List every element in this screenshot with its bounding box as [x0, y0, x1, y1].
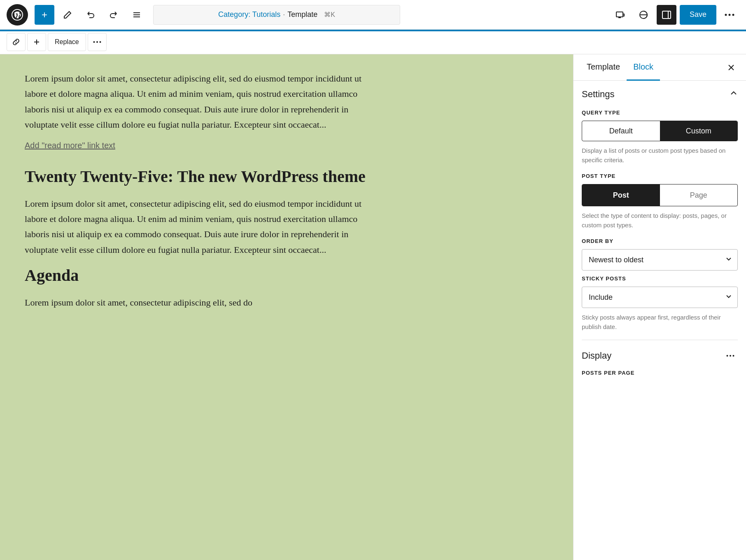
sticky-posts-select[interactable]: Include Exclude Only [582, 287, 738, 308]
svg-point-10 [725, 14, 727, 16]
sidebar-close-button[interactable] [723, 59, 739, 76]
sidebar-tabs: Template Block [573, 54, 746, 81]
list-view-button[interactable] [127, 5, 147, 25]
block-more-button[interactable] [88, 33, 107, 51]
save-button[interactable]: Save [680, 5, 716, 25]
svg-point-0 [12, 9, 23, 20]
post-title: Twenty Twenty-Five: The new WordPress th… [25, 167, 379, 186]
svg-point-16 [96, 41, 98, 43]
svg-point-17 [99, 41, 101, 43]
tab-template[interactable]: Template [580, 54, 627, 81]
svg-point-15 [93, 41, 95, 43]
breadcrumb-template: Template [287, 10, 317, 19]
redo-button[interactable] [104, 5, 124, 25]
sticky-posts-helper: Sticky posts always appear first, regard… [582, 313, 738, 331]
svg-point-11 [729, 14, 731, 16]
svg-rect-8 [662, 11, 671, 19]
sidebar: Template Block Settings QUER [573, 54, 746, 560]
replace-button[interactable]: Replace [48, 33, 86, 51]
read-more-link[interactable]: Add "read more" link text [25, 141, 379, 150]
svg-rect-4 [616, 12, 623, 17]
lorem-text-2: Lorem ipsum dolor sit amet, consectetur … [25, 196, 379, 258]
settings-header: Settings [582, 89, 738, 100]
post-type-post-button[interactable]: Post [582, 184, 660, 206]
order-by-dropdown-wrapper: Newest to oldest Oldest to newest A → Z … [582, 249, 738, 271]
add-block-button[interactable]: + [35, 5, 54, 25]
query-type-toggle: Default Custom [582, 121, 738, 141]
block-link-button[interactable] [7, 33, 26, 51]
post-type-toggle: Post Page [582, 184, 738, 206]
wp-logo [7, 4, 28, 26]
order-by-label: ORDER BY [582, 238, 738, 244]
options-button[interactable] [720, 5, 739, 25]
svg-point-21 [730, 355, 731, 357]
block-add-button[interactable] [27, 33, 46, 51]
svg-point-12 [732, 14, 734, 16]
settings-chevron-icon[interactable] [730, 89, 738, 100]
sticky-posts-dropdown-wrapper: Include Exclude Only [582, 287, 738, 308]
breadcrumb-shortcut: ⌘K [324, 11, 335, 19]
post-type-helper: Select the type of content to display: p… [582, 211, 738, 230]
editor-area[interactable]: Lorem ipsum dolor sit amet, consectetur … [0, 54, 573, 560]
edit-tool-button[interactable] [58, 5, 77, 25]
default-query-button[interactable]: Default [582, 121, 660, 141]
svg-point-22 [733, 355, 734, 357]
main-toolbar: + Category: Tutorials · Template ⌘K [0, 0, 746, 30]
sidebar-toggle-button[interactable] [657, 5, 676, 25]
post-type-page-button[interactable]: Page [660, 184, 738, 206]
settings-title: Settings [582, 89, 615, 100]
post-content: Lorem ipsum dolor sit amet, consectetur … [25, 71, 379, 310]
sticky-posts-label: STICKY POSTS [582, 275, 738, 282]
custom-query-button[interactable]: Custom [660, 121, 738, 141]
appearance-button[interactable] [634, 5, 653, 25]
undo-button[interactable] [81, 5, 100, 25]
section-title: Agenda [25, 266, 379, 285]
display-title: Display [582, 350, 611, 361]
view-devices-button[interactable] [611, 5, 630, 25]
breadcrumb-separator: · [283, 10, 285, 19]
breadcrumb-link[interactable]: Category: Tutorials [218, 10, 280, 19]
query-type-helper: Display a list of posts or custom post t… [582, 146, 738, 165]
block-toolbar: Replace [0, 30, 746, 54]
breadcrumb[interactable]: Category: Tutorials · Template ⌘K [153, 5, 400, 25]
posts-per-page-label: POSTS PER PAGE [582, 370, 738, 376]
post-type-label: POST TYPE [582, 173, 738, 179]
query-type-label: QUERY TYPE [582, 110, 738, 116]
svg-point-20 [727, 355, 728, 357]
order-by-select[interactable]: Newest to oldest Oldest to newest A → Z … [582, 249, 738, 271]
sidebar-content: Settings QUERY TYPE Default Custom Displ… [573, 81, 746, 560]
lorem-text-1: Lorem ipsum dolor sit amet, consectetur … [25, 71, 379, 133]
main-layout: Lorem ipsum dolor sit amet, consectetur … [0, 54, 746, 560]
display-more-button[interactable] [723, 348, 738, 363]
display-section-header: Display [582, 340, 738, 363]
lorem-text-3: Lorem ipsum dolor sit amet, consectetur … [25, 295, 379, 310]
toolbar-right: Save [611, 5, 739, 25]
tab-block[interactable]: Block [627, 54, 660, 81]
